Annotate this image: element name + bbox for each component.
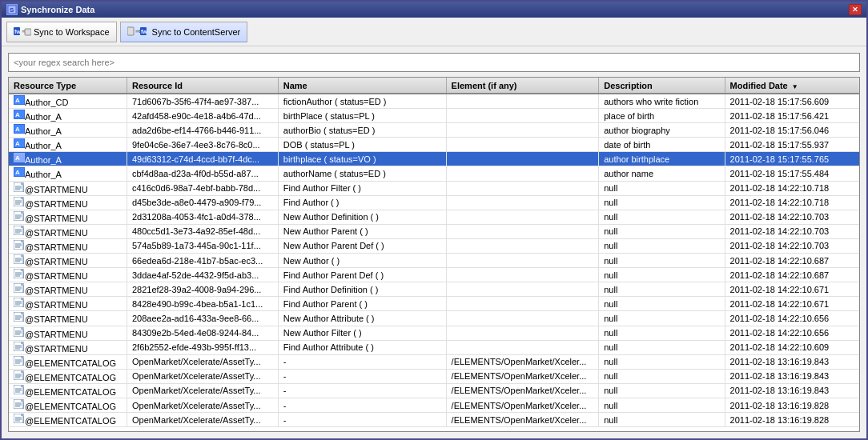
cell-element: /ELEMENTS/OpenMarket/Xceler... <box>446 383 599 398</box>
table-row[interactable]: AAuthor_A cbf4d8aa-d23a-4f0d-b55d-a87...… <box>9 166 859 181</box>
col-header-resource-id[interactable]: Resource Id <box>127 78 278 94</box>
table-row[interactable]: AAuthor_A 42afd458-e90c-4e18-a4b6-47d...… <box>9 109 859 123</box>
col-header-resource-type[interactable]: Resource Type <box>9 78 127 94</box>
window-icon: S <box>6 4 18 15</box>
cell-description: null <box>599 354 725 369</box>
cell-resource-id: 3ddae4af-52de-4432-9f5d-ab3... <box>127 268 278 282</box>
cell-resource-id: 2f6b2552-efde-493b-995f-ff13... <box>127 340 278 354</box>
cell-name: New Author Parent ( ) <box>278 224 446 238</box>
table-row[interactable]: @ELEMENTCATALOG OpenMarket/Xcelerate/Ass… <box>9 369 859 383</box>
cell-description: author birthplace <box>599 152 725 166</box>
cell-name: Find Author Filter ( ) <box>278 181 446 195</box>
sync-workspace-tab[interactable]: fw ⇒ Sync to Workspace <box>6 22 117 42</box>
cell-resource-type: @STARTMENU <box>9 210 127 224</box>
cell-description: authors who write fiction <box>599 94 725 109</box>
cell-resource-type: @ELEMENTCATALOG <box>9 354 127 369</box>
table-row[interactable]: @ELEMENTCATALOG OpenMarket/Xcelerate/Ass… <box>9 398 859 412</box>
cell-resource-type: AAuthor_A <box>9 166 127 181</box>
cell-resource-type: @ELEMENTCATALOG <box>9 413 127 427</box>
window-title: Synchronize Data <box>21 5 94 14</box>
table-row[interactable]: @STARTMENU c416c0d6-98a7-4ebf-babb-78d..… <box>9 181 859 195</box>
sync-contentserver-tab[interactable]: ⇒ fw Sync to ContentServer <box>120 22 248 42</box>
cell-resource-type: @STARTMENU <box>9 311 127 326</box>
table-row[interactable]: @STARTMENU 3ddae4af-52de-4432-9f5d-ab3..… <box>9 268 859 282</box>
cell-description: null <box>599 282 725 297</box>
cell-name: fictionAuthor ( status=ED ) <box>278 94 446 109</box>
sort-icon: ▼ <box>792 83 798 90</box>
table-row[interactable]: @STARTMENU 2f6b2552-efde-493b-995f-ff13.… <box>9 340 859 354</box>
table-row[interactable]: @STARTMENU 2d31208a-4053-4fc1-a0d4-378..… <box>9 210 859 224</box>
cell-name: authorName ( status=ED ) <box>278 166 446 181</box>
table-body: AAuthor_CD 71d6067b-35f6-47f4-ae97-387..… <box>9 94 859 427</box>
cell-description: date of birth <box>599 138 725 152</box>
col-header-name[interactable]: Name <box>278 78 446 94</box>
cell-resource-id: d45be3de-a8e0-4479-a909-f79... <box>127 195 278 210</box>
cell-element: /ELEMENTS/OpenMarket/Xceler... <box>446 413 599 427</box>
cell-element <box>446 282 599 297</box>
cell-description: null <box>599 238 725 253</box>
table-row[interactable]: @STARTMENU 84309e2b-54ed-4e08-9244-84...… <box>9 326 859 340</box>
col-header-description[interactable]: Description <box>599 78 725 94</box>
cell-modified: 2011-02-18 13:16:19.843 <box>725 354 859 369</box>
table-row[interactable]: @ELEMENTCATALOG OpenMarket/Xcelerate/Ass… <box>9 383 859 398</box>
cell-resource-id: OpenMarket/Xcelerate/AssetTy... <box>127 354 278 369</box>
search-row <box>8 53 860 72</box>
fw-icon-contentserver: ⇒ fw <box>127 26 150 38</box>
table-row[interactable]: @STARTMENU 8428e490-b99c-4bea-b5a1-1c1..… <box>9 297 859 311</box>
sync-workspace-label: Sync to Workspace <box>34 27 110 37</box>
svg-text:A: A <box>15 111 20 118</box>
table-row[interactable]: @ELEMENTCATALOG OpenMarket/Xcelerate/Ass… <box>9 354 859 369</box>
cell-modified: 2011-02-18 14:22:10.718 <box>725 181 859 195</box>
table-row[interactable]: AAuthor_A 49d63312-c74d-4ccd-bb7f-4dc...… <box>9 152 859 166</box>
cell-resource-type: @STARTMENU <box>9 268 127 282</box>
cell-resource-id: 71d6067b-35f6-47f4-ae97-387... <box>127 94 278 109</box>
table-row[interactable]: @STARTMENU d45be3de-a8e0-4479-a909-f79..… <box>9 195 859 210</box>
cell-element <box>446 181 599 195</box>
table-row[interactable]: @STARTMENU 574a5b89-1a73-445a-90c1-11f..… <box>9 238 859 253</box>
table-row[interactable]: AAuthor_A 9fe04c6e-36e7-4ee3-8c76-8c0...… <box>9 138 859 152</box>
svg-text:fw: fw <box>141 29 147 34</box>
close-button[interactable]: ✕ <box>849 4 862 15</box>
cell-resource-id: 8428e490-b99c-4bea-b5a1-1c1... <box>127 297 278 311</box>
table-row[interactable]: @STARTMENU 2821ef28-39a2-4008-9a94-296..… <box>9 282 859 297</box>
col-header-element[interactable]: Element (if any) <box>446 78 599 94</box>
cell-description: author biography <box>599 123 725 138</box>
cell-modified: 2011-02-18 15:17:56.609 <box>725 94 859 109</box>
table-header-row: Resource Type Resource Id Name Element (… <box>9 78 859 94</box>
cell-name: New Author Filter ( ) <box>278 326 446 340</box>
cell-resource-id: 49d63312-c74d-4ccd-bb7f-4dc... <box>127 152 278 166</box>
cell-element <box>446 94 599 109</box>
table-row[interactable]: @STARTMENU 66edea6d-218e-41b7-b5ac-ec3..… <box>9 254 859 268</box>
cell-modified: 2011-02-18 13:16:19.843 <box>725 383 859 398</box>
table-row[interactable]: @STARTMENU 480cc5d1-3e73-4a92-85ef-48d..… <box>9 224 859 238</box>
cell-name: - <box>278 398 446 412</box>
col-header-modified[interactable]: Modified Date ▼ <box>725 78 859 94</box>
cell-description: null <box>599 398 725 412</box>
cell-resource-id: OpenMarket/Xcelerate/AssetTy... <box>127 369 278 383</box>
table-row[interactable]: @STARTMENU 208aee2a-ad16-433a-9ee8-66...… <box>9 311 859 326</box>
cell-name: New Author ( ) <box>278 254 446 268</box>
cell-element <box>446 254 599 268</box>
svg-text:A: A <box>15 126 20 133</box>
cell-resource-type: @STARTMENU <box>9 238 127 253</box>
cell-element <box>446 123 599 138</box>
table-row[interactable]: AAuthor_CD 71d6067b-35f6-47f4-ae97-387..… <box>9 94 859 109</box>
search-input[interactable] <box>9 56 859 69</box>
cell-element: /ELEMENTS/OpenMarket/Xceler... <box>446 369 599 383</box>
cell-resource-type: AAuthor_CD <box>9 94 127 109</box>
cell-name: birthplace ( status=VO ) <box>278 152 446 166</box>
cell-description: null <box>599 268 725 282</box>
cell-resource-type: @STARTMENU <box>9 297 127 311</box>
cell-resource-type: @STARTMENU <box>9 282 127 297</box>
cell-name: birthPlace ( status=PL ) <box>278 109 446 123</box>
cell-name: Find Author ( ) <box>278 195 446 210</box>
cell-resource-id: 84309e2b-54ed-4e08-9244-84... <box>127 326 278 340</box>
cell-modified: 2011-02-18 14:22:10.718 <box>725 195 859 210</box>
cell-name: Find Author Attribute ( ) <box>278 340 446 354</box>
table-row[interactable]: @ELEMENTCATALOG OpenMarket/Xcelerate/Ass… <box>9 413 859 427</box>
cell-element <box>446 152 599 166</box>
cell-resource-id: 574a5b89-1a73-445a-90c1-11f... <box>127 238 278 253</box>
table-row[interactable]: AAuthor_A ada2d6be-ef14-4766-b446-911...… <box>9 123 859 138</box>
toolbar: fw ⇒ Sync to Workspace ⇒ fw Sync to Cont… <box>2 18 866 46</box>
cell-modified: 2011-02-18 14:22:10.703 <box>725 210 859 224</box>
